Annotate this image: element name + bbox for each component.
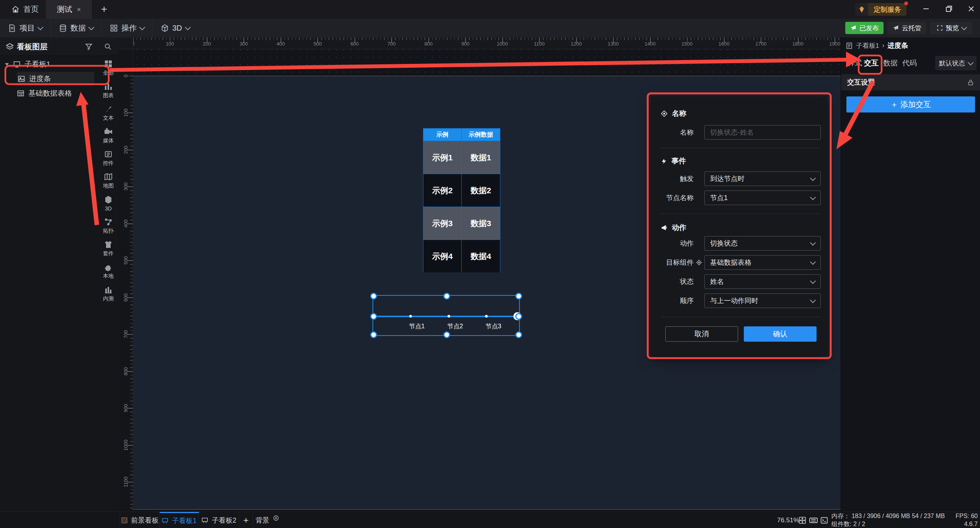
category-3d[interactable]: 3D [98,192,119,214]
add-board-button[interactable]: + [239,512,253,528]
tab-label: 子看板1 [172,516,196,525]
tab-home[interactable]: 首页 [0,0,46,19]
filter-icon[interactable] [85,43,93,51]
category-label: 图表 [103,92,114,99]
tab-data[interactable]: 数据 [883,58,898,68]
layer-panel-header: 看板图层 [0,37,119,56]
breadcrumb-parent[interactable]: 子看板1 [856,41,879,50]
close-tab-icon[interactable]: × [77,5,81,14]
plus-icon: ＋ [890,99,898,110]
ruler-label: 200 [188,41,225,47]
resize-handle-w[interactable] [370,313,377,320]
close-window-button[interactable] [965,0,978,18]
node-name-label: 节点名称 [651,191,694,205]
new-tab-button[interactable]: + [96,0,113,19]
resize-handle-s[interactable] [443,331,450,338]
fit-screen-icon[interactable] [797,515,807,525]
resize-handle-ne[interactable] [515,293,522,300]
minimize-button[interactable] [920,0,933,18]
category-label: 拓扑 [103,228,114,235]
target-component-select[interactable]: 基础数据表格 [704,255,821,270]
node-name-select[interactable]: 节点1 [704,191,821,205]
ruler-label: 800 [410,41,447,47]
tab-interaction[interactable]: 交互 [864,58,879,68]
tab-subboard2[interactable]: 子看板2 [199,512,239,528]
menu-operations[interactable]: 操作 [102,19,153,37]
add-interaction-button[interactable]: ＋ 添加交互 [846,96,975,112]
trigger-select[interactable]: 到达节点时 [704,171,821,186]
table-component[interactable]: 示例 示例数据 示例1 数据1 示例2 数据2 示例3 [423,128,500,272]
caret-down-icon[interactable] [5,62,9,67]
search-icon[interactable] [104,43,112,51]
category-text[interactable]: 文本 [98,102,119,124]
category-topology[interactable]: 拓扑 [98,215,119,237]
ruler-label: 700 [119,316,133,353]
table-header-row: 示例 示例数据 [423,129,500,141]
progress-component-selected[interactable]: 节点1节点2节点3 [372,295,520,336]
tab-document[interactable]: 测试 × [46,0,92,19]
state-label: 状态 [651,274,694,289]
chevron-down-icon [810,297,816,303]
ruler-label: 500 [119,242,133,279]
category-controls[interactable]: 控件 [98,147,119,169]
category-beta[interactable]: 内测 [98,282,119,305]
hatched-board-icon [121,517,128,524]
circle-plus-icon[interactable] [273,515,279,521]
state-select[interactable]: 姓名 [704,274,821,289]
name-input[interactable]: 切换状态-姓名 [704,125,821,140]
cancel-button[interactable]: 取消 [665,326,738,342]
action-label: 动作 [651,236,694,251]
state-value: 姓名 [710,277,724,286]
plus-icon: + [101,3,107,15]
resize-handle-nw[interactable] [370,293,377,300]
lock-icon[interactable] [967,79,974,86]
category-map[interactable]: 地图 [98,169,119,192]
target-component-value: 基础数据表格 [710,258,751,267]
tab-style[interactable]: 样式 [848,58,862,68]
section-title: 动作 [672,223,686,233]
target-locate-icon[interactable] [696,259,702,266]
custom-service-badge[interactable]: 定制服务 [855,3,906,16]
state-dropdown[interactable]: 默认状态 [935,56,977,70]
category-all[interactable]: 全部 [98,57,119,79]
tab-foreground-board[interactable]: 前景看板 [120,512,160,528]
menu-project-label: 项目 [20,23,35,33]
tab-label: 背景 [256,516,270,525]
resize-handle-sw[interactable] [370,331,377,338]
resize-handle-e[interactable] [515,313,522,320]
ruler-label: 1000 [119,427,133,464]
node-name-value: 节点1 [710,193,728,202]
list-doc-icon [846,42,853,49]
category-media[interactable]: 媒体 [98,124,119,147]
tab-label: 子看板2 [212,516,236,525]
tab-background[interactable]: 背景 [253,512,281,528]
restore-button[interactable] [942,0,956,18]
cube-icon [161,24,169,32]
menu-data[interactable]: 数据 [51,19,102,37]
category-charts[interactable]: 图表 [98,79,119,101]
action-select[interactable]: 切换状态 [704,236,821,251]
progress-track [374,316,518,317]
published-button[interactable]: 已发布 [845,22,884,34]
category-kits[interactable]: 套件 [98,237,119,259]
resize-handle-se[interactable] [515,331,522,338]
cloud-host-button[interactable]: 云托管 [887,22,926,34]
menu-project[interactable]: 项目 [0,19,51,37]
zoom-level[interactable]: 76.51% [777,512,799,528]
category-local[interactable]: 本地 [98,260,119,282]
section-title: 事件 [671,156,686,166]
tree-item-progressbar[interactable]: 进度条 [17,72,94,86]
tree-item-subboard1[interactable]: 子看板1 [5,57,51,71]
resize-handle-n[interactable] [443,293,450,300]
tab-subboard1[interactable]: 子看板1 [160,512,199,528]
keyboard-shortcuts-icon[interactable] [808,515,818,525]
confirm-button[interactable]: 确认 [744,326,817,342]
tree-item-basictable[interactable]: 基础数据表格 [17,86,72,100]
preview-button[interactable]: 预览 [930,22,972,34]
table-cell: 示例2 [423,174,462,207]
order-select[interactable]: 与上一动作同时 [704,293,821,308]
table-header-cell: 示例数据 [462,129,500,141]
terminal-console-icon[interactable] [819,515,829,525]
tab-code[interactable]: 代码 [902,58,917,68]
menu-3d[interactable]: 3D [153,19,198,37]
